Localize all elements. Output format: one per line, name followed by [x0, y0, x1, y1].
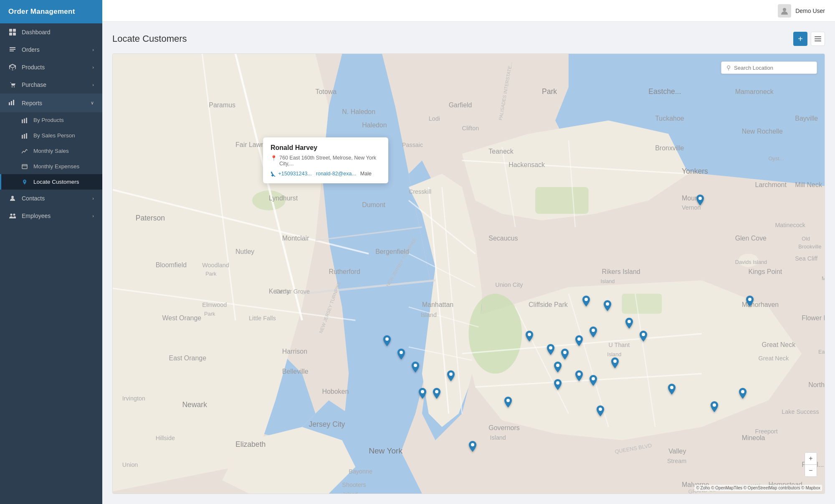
svg-text:Oyst...: Oyst...	[768, 155, 784, 162]
popup-details: +150931243... ronald-82@exa... Male	[271, 171, 381, 177]
svg-text:Mount: Mount	[682, 195, 701, 202]
svg-text:Cliffside Park: Cliffside Park	[529, 301, 568, 308]
svg-text:East Hills: East Hills	[818, 349, 825, 355]
svg-text:Island: Island	[490, 434, 506, 441]
map-search-icon: ⚲	[726, 64, 731, 71]
svg-text:Sea Cliff: Sea Cliff	[795, 255, 817, 262]
svg-text:Clifton: Clifton	[462, 125, 479, 132]
user-menu[interactable]: Demo User	[778, 4, 825, 18]
svg-point-18	[10, 214, 13, 216]
popup-customer-name: Ronald Harvey	[271, 144, 381, 152]
svg-rect-0	[9, 29, 12, 32]
sidebar-item-reports[interactable]: Reports ∨	[0, 94, 102, 112]
svg-text:Passaic: Passaic	[402, 142, 423, 148]
svg-point-35	[469, 294, 522, 373]
sidebar-item-monthly-expenses[interactable]: Monthly Expenses	[0, 159, 102, 174]
svg-text:Hackensack: Hackensack	[509, 161, 545, 168]
svg-text:Glen Cove: Glen Cove	[735, 235, 767, 242]
svg-text:Tuckahoe: Tuckahoe	[655, 115, 684, 122]
sidebar-item-purchase[interactable]: Purchase ›	[0, 76, 102, 94]
svg-text:Bloomfield: Bloomfield	[156, 261, 187, 268]
sidebar-item-dashboard[interactable]: Dashboard	[0, 23, 102, 41]
svg-text:Garfield: Garfield	[449, 101, 472, 109]
content-area: Locate Customers +	[102, 22, 835, 504]
svg-text:Muttonto...: Muttonto...	[822, 275, 825, 281]
by-sales-person-label: By Sales Person	[33, 132, 75, 139]
svg-rect-39	[622, 294, 662, 314]
svg-text:Lodi: Lodi	[429, 115, 440, 122]
svg-text:Cedar Grove: Cedar Grove	[276, 288, 310, 295]
map-container[interactable]: Paterson Bloomfield West Orange East Ora…	[112, 53, 825, 494]
topbar: Demo User	[102, 0, 835, 22]
popup-phone: +150931243...	[271, 171, 312, 177]
svg-text:Union: Union	[122, 461, 138, 468]
sidebar-item-orders[interactable]: Orders ›	[0, 41, 102, 58]
svg-text:Park: Park	[205, 271, 217, 277]
add-button[interactable]: +	[793, 32, 807, 46]
svg-text:Old: Old	[802, 236, 810, 242]
svg-text:Rikers Island: Rikers Island	[602, 268, 640, 275]
svg-rect-13	[24, 134, 25, 139]
svg-text:Manhattan: Manhattan	[422, 301, 453, 308]
svg-rect-3	[13, 33, 16, 35]
map-search-box[interactable]: ⚲	[721, 61, 817, 74]
svg-text:N. Haledon: N. Haledon	[342, 108, 375, 115]
sidebar-item-locate-customers[interactable]: Locate Customers	[0, 174, 102, 190]
employees-label: Employees	[22, 213, 92, 219]
sidebar-item-products[interactable]: Products ›	[0, 58, 102, 76]
zoom-in-button[interactable]: +	[805, 453, 817, 464]
popup-address: 📍 760 East 160th Street, Melrose, New Yo…	[271, 155, 381, 167]
svg-rect-6	[9, 102, 10, 105]
svg-text:Park: Park	[204, 311, 215, 317]
products-label: Products	[22, 64, 92, 71]
reports-icon	[8, 99, 17, 107]
products-icon	[8, 64, 17, 71]
svg-point-19	[13, 214, 15, 216]
svg-text:Nutley: Nutley	[235, 248, 254, 255]
monthly-expenses-icon	[22, 164, 29, 170]
sidebar-item-by-products[interactable]: By Products	[0, 112, 102, 128]
svg-text:Newark: Newark	[182, 400, 207, 409]
sidebar-item-contacts[interactable]: Contacts ›	[0, 190, 102, 207]
svg-text:Elizabeth: Elizabeth	[235, 440, 266, 448]
map-search-input[interactable]	[734, 65, 812, 71]
svg-text:Secaucus: Secaucus	[488, 235, 518, 242]
svg-text:Island: Island	[600, 278, 615, 284]
page-header: Locate Customers +	[112, 32, 825, 46]
svg-text:East Orange: East Orange	[169, 355, 207, 362]
svg-text:Woodland: Woodland	[202, 262, 229, 268]
by-products-icon	[22, 117, 29, 123]
svg-rect-14	[26, 133, 27, 139]
zoom-out-button[interactable]: −	[805, 465, 817, 476]
svg-text:Matinecock: Matinecock	[775, 222, 805, 228]
products-arrow: ›	[92, 65, 94, 70]
svg-rect-12	[22, 135, 23, 139]
main-area: Demo User Locate Customers +	[102, 0, 835, 504]
svg-text:Paramus: Paramus	[209, 101, 235, 109]
svg-text:Yonkers: Yonkers	[682, 167, 708, 175]
svg-text:Park: Park	[542, 87, 557, 96]
svg-text:Larchmont: Larchmont	[755, 181, 787, 188]
svg-text:Union City: Union City	[495, 281, 523, 288]
sidebar-item-by-sales-person[interactable]: By Sales Person	[0, 128, 102, 143]
purchase-label: Purchase	[22, 81, 92, 88]
svg-rect-21	[815, 36, 821, 37]
svg-text:Montclair: Montclair	[282, 235, 309, 242]
sidebar-item-employees[interactable]: Employees ›	[0, 207, 102, 225]
svg-text:Stream: Stream	[667, 458, 686, 464]
svg-text:Dumont: Dumont	[362, 201, 385, 208]
purchase-arrow: ›	[92, 82, 94, 87]
svg-text:Vernon: Vernon	[682, 204, 701, 211]
contacts-arrow: ›	[92, 196, 94, 201]
svg-text:Kings Point: Kings Point	[749, 268, 782, 275]
map-attribution: © Zoho © OpenMapTiles © OpenStreetMap co…	[694, 485, 822, 491]
app-title: Order Management	[0, 0, 102, 23]
svg-text:Lyndhurst: Lyndhurst	[269, 195, 298, 202]
svg-text:Manorhaven: Manorhaven	[742, 301, 779, 308]
svg-text:Mamaroneck: Mamaroneck	[735, 88, 774, 95]
by-sales-person-icon	[22, 133, 29, 139]
menu-button[interactable]	[811, 32, 825, 46]
purchase-icon	[8, 81, 17, 88]
sidebar-item-monthly-sales[interactable]: Monthly Sales	[0, 143, 102, 159]
map-zoom-controls: + −	[805, 452, 817, 477]
